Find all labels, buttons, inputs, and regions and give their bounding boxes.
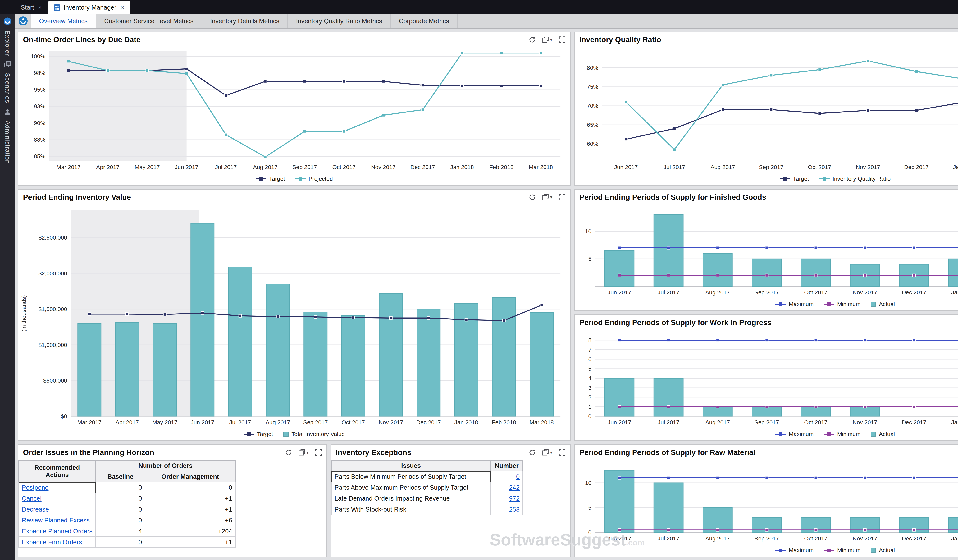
close-tab-icon[interactable]: × bbox=[120, 4, 125, 11]
data-point-marker[interactable] bbox=[343, 130, 346, 133]
bar[interactable] bbox=[304, 312, 327, 416]
issue-count-link[interactable]: 972 bbox=[509, 495, 520, 502]
data-point-marker[interactable] bbox=[716, 246, 719, 249]
data-point-marker[interactable] bbox=[667, 274, 670, 277]
data-point-marker[interactable] bbox=[382, 114, 385, 117]
data-point-marker[interactable] bbox=[427, 317, 430, 319]
order-action-link[interactable]: Postpone bbox=[22, 484, 49, 491]
data-point-marker[interactable] bbox=[239, 314, 242, 317]
data-point-marker[interactable] bbox=[864, 476, 866, 479]
refresh-button[interactable] bbox=[529, 194, 536, 201]
data-point-marker[interactable] bbox=[814, 528, 817, 531]
data-point-marker[interactable] bbox=[667, 405, 670, 408]
tab-inventory-details-metrics[interactable]: Inventory Details Metrics bbox=[202, 14, 288, 28]
data-point-marker[interactable] bbox=[814, 405, 817, 408]
refresh-button[interactable] bbox=[529, 36, 536, 43]
dropdown-caret-icon[interactable]: ▾ bbox=[550, 195, 552, 200]
data-point-marker[interactable] bbox=[146, 69, 149, 72]
data-point-marker[interactable] bbox=[864, 274, 866, 277]
open-in-window-button[interactable]: ▾ bbox=[542, 449, 552, 456]
data-point-marker[interactable] bbox=[503, 319, 506, 322]
sidebar-item-scenarios[interactable]: Scenarios bbox=[4, 73, 11, 103]
data-point-marker[interactable] bbox=[106, 69, 109, 72]
data-point-marker[interactable] bbox=[667, 476, 670, 479]
data-point-marker[interactable] bbox=[818, 112, 821, 115]
data-point-marker[interactable] bbox=[314, 316, 317, 318]
bar[interactable] bbox=[605, 378, 634, 416]
data-point-marker[interactable] bbox=[421, 84, 424, 87]
data-point-marker[interactable] bbox=[625, 101, 628, 103]
data-point-marker[interactable] bbox=[765, 246, 768, 249]
data-point-marker[interactable] bbox=[421, 108, 424, 111]
data-point-marker[interactable] bbox=[625, 138, 628, 141]
data-point-marker[interactable] bbox=[618, 246, 621, 249]
order-action-cell[interactable]: Postpone bbox=[19, 482, 96, 493]
data-point-marker[interactable] bbox=[343, 80, 346, 83]
data-point-marker[interactable] bbox=[540, 304, 543, 307]
data-point-marker[interactable] bbox=[716, 476, 719, 479]
data-point-marker[interactable] bbox=[303, 130, 306, 133]
sidebar-item-explorer[interactable]: Explorer bbox=[4, 30, 11, 56]
bar[interactable] bbox=[341, 316, 365, 416]
data-point-marker[interactable] bbox=[352, 316, 355, 319]
order-action-cell[interactable]: Expedite Firm Orders bbox=[19, 537, 96, 548]
open-in-window-button[interactable]: ▾ bbox=[542, 194, 552, 201]
data-point-marker[interactable] bbox=[814, 246, 817, 249]
order-action-link[interactable]: Review Planned Excess bbox=[22, 517, 90, 524]
window-tab-inventory-manager[interactable]: Inventory Manager × bbox=[48, 1, 130, 14]
bar[interactable] bbox=[228, 267, 252, 416]
bar[interactable] bbox=[78, 323, 101, 416]
bar[interactable] bbox=[492, 298, 515, 416]
bar[interactable] bbox=[605, 251, 634, 286]
data-point-marker[interactable] bbox=[913, 528, 915, 531]
issue-count-link[interactable]: 0 bbox=[516, 473, 520, 480]
data-point-marker[interactable] bbox=[303, 80, 306, 83]
data-point-marker[interactable] bbox=[201, 312, 204, 314]
data-point-marker[interactable] bbox=[88, 313, 91, 316]
data-point-marker[interactable] bbox=[67, 69, 70, 72]
data-point-marker[interactable] bbox=[765, 476, 768, 479]
data-point-marker[interactable] bbox=[716, 528, 719, 531]
bar[interactable] bbox=[703, 253, 732, 286]
data-point-marker[interactable] bbox=[126, 313, 128, 316]
data-point-marker[interactable] bbox=[264, 80, 267, 83]
bar[interactable] bbox=[801, 259, 831, 286]
data-point-marker[interactable] bbox=[163, 313, 166, 316]
data-point-marker[interactable] bbox=[673, 127, 676, 130]
refresh-button[interactable] bbox=[285, 449, 292, 456]
close-tab-icon[interactable]: × bbox=[38, 4, 42, 11]
data-point-marker[interactable] bbox=[915, 109, 918, 112]
data-point-marker[interactable] bbox=[867, 59, 869, 62]
order-action-link[interactable]: Decrease bbox=[22, 506, 49, 513]
data-point-marker[interactable] bbox=[618, 339, 621, 341]
data-point-marker[interactable] bbox=[390, 317, 392, 319]
data-point-marker[interactable] bbox=[716, 405, 719, 408]
data-point-marker[interactable] bbox=[913, 274, 915, 277]
open-in-window-button[interactable]: ▾ bbox=[542, 36, 552, 43]
data-point-marker[interactable] bbox=[818, 68, 821, 71]
data-point-marker[interactable] bbox=[185, 72, 188, 75]
data-point-marker[interactable] bbox=[864, 246, 866, 249]
issue-count-link[interactable]: 242 bbox=[509, 484, 520, 491]
data-point-marker[interactable] bbox=[864, 528, 866, 531]
order-action-cell[interactable]: Decrease bbox=[19, 504, 96, 515]
order-action-link[interactable]: Expedite Planned Orders bbox=[22, 528, 92, 535]
data-point-marker[interactable] bbox=[465, 318, 468, 321]
data-point-marker[interactable] bbox=[864, 339, 866, 341]
order-action-link[interactable]: Cancel bbox=[22, 495, 41, 502]
bar[interactable] bbox=[191, 223, 214, 416]
data-point-marker[interactable] bbox=[618, 405, 621, 408]
dropdown-caret-icon[interactable]: ▾ bbox=[550, 450, 552, 455]
maximize-button[interactable] bbox=[315, 449, 322, 456]
data-point-marker[interactable] bbox=[264, 155, 267, 158]
bar[interactable] bbox=[948, 259, 958, 286]
window-tab-start[interactable]: Start × bbox=[15, 1, 48, 14]
data-point-marker[interactable] bbox=[864, 405, 866, 408]
data-point-marker[interactable] bbox=[500, 52, 503, 54]
sidebar-item-administration[interactable]: Administration bbox=[4, 121, 11, 164]
tab-overview-metrics[interactable]: Overview Metrics bbox=[31, 14, 96, 28]
open-in-window-button[interactable]: ▾ bbox=[298, 449, 309, 456]
data-point-marker[interactable] bbox=[667, 246, 670, 249]
tab-corporate-metrics[interactable]: Corporate Metrics bbox=[391, 14, 458, 28]
data-point-marker[interactable] bbox=[913, 246, 915, 249]
